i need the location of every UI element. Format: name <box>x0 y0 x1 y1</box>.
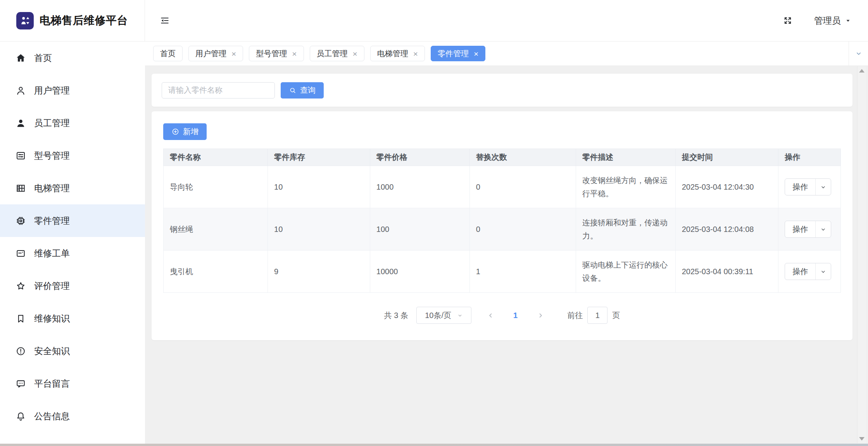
tab-close-icon[interactable]: × <box>413 50 418 58</box>
page-size-select[interactable]: 10条/页 <box>416 307 471 324</box>
sidebar-item-repair-knowledge[interactable]: 维修知识 <box>0 302 145 335</box>
table-row: 钢丝绳 10 100 0 连接轿厢和对重，传递动力。 2025-03-04 12… <box>164 208 841 251</box>
search-input[interactable] <box>162 82 275 99</box>
previous-page-button[interactable] <box>485 309 496 321</box>
column-header-name: 零件名称 <box>164 149 268 166</box>
caret-down-icon <box>845 18 851 24</box>
cell-price: 10000 <box>370 251 469 293</box>
sidebar-item-models[interactable]: 型号管理 <box>0 139 145 172</box>
horizontal-scrollbar[interactable] <box>0 444 868 446</box>
app-window: { "app": { "title": "电梯售后维修平台", "user_na… <box>0 0 868 446</box>
sidebar-item-users[interactable]: 用户管理 <box>0 74 145 107</box>
header-main: 管理员 <box>145 0 868 41</box>
page-unit-label: 页 <box>612 310 620 321</box>
add-button[interactable]: 新增 <box>163 123 207 140</box>
fullscreen-icon[interactable] <box>782 15 793 26</box>
cell-stock: 10 <box>268 166 370 208</box>
query-button[interactable]: 查询 <box>281 82 324 99</box>
add-button-label: 新增 <box>183 126 198 137</box>
column-header-description: 零件描述 <box>576 149 675 166</box>
sidebar-item-safety-knowledge[interactable]: 安全知识 <box>0 335 145 367</box>
chat-bubble-icon <box>16 379 26 389</box>
cell-name: 曳引机 <box>164 251 268 293</box>
next-page-button[interactable] <box>535 309 546 321</box>
tab-elevator-management[interactable]: 电梯管理 × <box>370 46 425 61</box>
table-row: 曳引机 9 10000 1 驱动电梯上下运行的核心设备。 2025-03-04 … <box>164 251 841 293</box>
query-button-label: 查询 <box>300 85 316 95</box>
table-header-row: 零件名称 零件库存 零件价格 替换次数 零件描述 提交时间 操作 <box>164 149 841 166</box>
cell-description: 驱动电梯上下运行的核心设备。 <box>576 251 675 293</box>
column-header-actions: 操作 <box>778 149 841 166</box>
tab-label: 零件管理 <box>438 48 469 59</box>
cell-time: 2025-03-04 12:04:08 <box>675 208 778 251</box>
column-header-stock: 零件库存 <box>268 149 370 166</box>
cell-replacements: 0 <box>469 208 576 251</box>
sidebar-item-messages[interactable]: 平台留言 <box>0 367 145 400</box>
tab-close-icon[interactable]: × <box>353 50 357 58</box>
tab-staff-management[interactable]: 员工管理 × <box>310 46 364 61</box>
sidebar-item-label: 平台留言 <box>34 378 70 390</box>
sidebar-item-label: 维修知识 <box>34 313 70 325</box>
sidebar-item-elevators[interactable]: 电梯管理 <box>0 172 145 204</box>
scrollbar-down-arrow-icon[interactable] <box>859 437 865 441</box>
cell-name: 导向轮 <box>164 166 268 208</box>
sidebar-item-staff[interactable]: 员工管理 <box>0 107 145 139</box>
cell-replacements: 1 <box>469 251 576 293</box>
tab-label: 电梯管理 <box>377 48 408 59</box>
vertical-scrollbar[interactable] <box>857 66 866 443</box>
pagination-total: 共 3 条 <box>384 310 408 321</box>
chevron-down-icon[interactable] <box>815 221 831 237</box>
search-panel: 查询 <box>152 74 852 107</box>
sidebar-item-label: 评价管理 <box>34 280 70 292</box>
cell-replacements: 0 <box>469 166 576 208</box>
sidebar-item-reviews[interactable]: 评价管理 <box>0 270 145 302</box>
chevron-down-icon[interactable] <box>815 263 831 280</box>
row-action-dropdown[interactable]: 操作 <box>785 221 831 238</box>
scrollbar-up-arrow-icon[interactable] <box>859 69 865 73</box>
header: 电梯售后维修平台 管理员 <box>0 0 868 41</box>
logo-area: 电梯售后维修平台 <box>0 0 145 41</box>
tab-home[interactable]: 首页 <box>153 46 183 61</box>
sidebar-item-label: 零件管理 <box>34 215 70 227</box>
sidebar-item-announcements[interactable]: 公告信息 <box>0 400 145 432</box>
sidebar-item-parts[interactable]: 零件管理 <box>0 204 145 237</box>
sidebar-item-label: 型号管理 <box>34 150 70 162</box>
sidebar-item-label: 维修工单 <box>34 247 70 259</box>
column-header-time: 提交时间 <box>675 149 778 166</box>
sidebar-item-home[interactable]: 首页 <box>0 41 145 74</box>
tab-user-management[interactable]: 用户管理 × <box>188 46 243 61</box>
elevator-logo-icon <box>16 12 34 29</box>
content-area: 查询 新增 零件名称 <box>145 66 868 446</box>
page-size-value: 10条/页 <box>425 310 451 321</box>
elevator-grid-icon <box>16 183 26 194</box>
star-icon <box>16 281 26 291</box>
cpu-chip-icon <box>16 216 26 226</box>
sidebar-item-label: 员工管理 <box>34 117 70 129</box>
tab-close-icon[interactable]: × <box>292 50 297 58</box>
tab-list-dropdown-button[interactable] <box>849 41 868 66</box>
page-number-1[interactable]: 1 <box>513 311 518 320</box>
menu-fold-icon[interactable] <box>159 15 171 26</box>
row-action-dropdown[interactable]: 操作 <box>785 263 831 280</box>
chevron-down-icon[interactable] <box>815 179 831 195</box>
tab-close-icon[interactable]: × <box>231 50 236 58</box>
row-action-dropdown[interactable]: 操作 <box>785 178 831 195</box>
user-menu[interactable]: 管理员 <box>814 15 851 27</box>
parts-table: 零件名称 零件库存 零件价格 替换次数 零件描述 提交时间 操作 导向轮 10 <box>163 149 841 293</box>
user-filled-icon <box>16 118 26 128</box>
tab-parts-management[interactable]: 零件管理 × <box>431 46 485 61</box>
tab-model-management[interactable]: 型号管理 × <box>249 46 304 61</box>
sidebar-item-work-orders[interactable]: 维修工单 <box>0 237 145 270</box>
action-label: 操作 <box>785 179 815 195</box>
goto-page-input[interactable] <box>587 307 607 324</box>
bell-icon <box>16 411 26 422</box>
tab-label: 用户管理 <box>195 48 226 59</box>
home-icon <box>16 53 26 63</box>
goto-label: 前往 <box>567 310 583 321</box>
bookmark-icon <box>16 313 26 324</box>
sidebar: 首页 用户管理 员工管理 <box>0 41 145 446</box>
plus-circle-icon <box>171 128 179 136</box>
parts-table-panel: 新增 零件名称 零件库存 零件价格 替换次数 零件描述 <box>152 111 852 340</box>
cell-time: 2025-03-04 12:04:30 <box>675 166 778 208</box>
tab-close-icon[interactable]: × <box>474 50 478 58</box>
